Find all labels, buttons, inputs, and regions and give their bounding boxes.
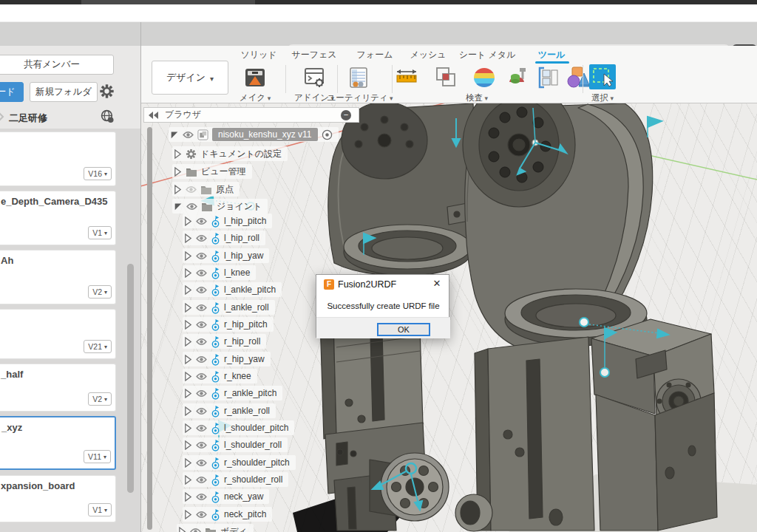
visibility-eye-icon[interactable] [196,476,207,484]
tree-item-joint[interactable]: r_shoulder_roll [183,472,288,487]
design-card-selected[interactable]: _xyz V11 [0,416,116,470]
shared-members-button[interactable]: 共有メンバー [0,55,114,75]
tree-item-bodies[interactable]: ボディ [177,524,254,532]
collapsed-arrow-icon[interactable] [184,337,192,347]
collapsed-arrow-icon[interactable] [184,268,192,278]
collapsed-arrow-icon[interactable] [184,355,192,364]
tree-item-joint[interactable]: l_shoulder_roll [183,437,288,452]
tree-item-joint[interactable]: r_hip_roll [183,334,266,349]
visibility-eye-icon[interactable] [196,511,207,519]
make-icon[interactable] [243,66,267,89]
collapsed-arrow-icon[interactable] [184,475,192,485]
tree-item-joint[interactable]: r_shoulder_pitch [183,455,296,470]
inspect-group-label[interactable]: 検査 [466,92,488,103]
version-badge[interactable]: V2 [88,392,112,406]
visibility-eye-icon[interactable] [196,252,207,260]
tree-item-origin[interactable]: 原点 [172,182,240,197]
collapsed-arrow-icon[interactable] [178,527,186,532]
tree-item-root[interactable]: nisoku_kenshu_xyz v11 [169,127,339,142]
collapsed-arrow-icon[interactable] [184,251,192,261]
tree-item-joint[interactable]: r_knee [183,369,257,383]
minimize-palette-icon[interactable]: − [341,110,351,120]
tree-item-joint[interactable]: r_ankle_pitch [183,386,282,400]
tab-sheet-metal[interactable]: シート メタル [459,49,516,61]
display-shapes-icon[interactable] [566,66,590,89]
expanded-arrow-icon[interactable] [174,202,183,211]
collapsed-arrow-icon[interactable] [184,423,192,433]
design-card[interactable]: xpansion_board V1 [0,475,116,522]
utility-icon[interactable] [347,66,370,89]
collapsed-arrow-icon[interactable] [184,406,192,416]
version-badge[interactable]: V1 [88,226,112,239]
tree-item-joint[interactable]: l_hip_pitch [183,214,272,228]
collapsed-arrow-icon[interactable] [184,285,192,295]
visibility-eye-icon[interactable] [196,424,207,432]
visibility-eye-icon[interactable] [196,355,207,364]
visibility-eye-icon[interactable] [196,338,207,346]
tree-item-view-management[interactable]: ビュー管理 [172,164,252,179]
tree-item-joint[interactable]: l_shoulder_pitch [183,420,294,435]
visibility-eye-icon[interactable] [196,269,207,277]
tree-item-joint[interactable]: r_hip_yaw [183,352,271,366]
visibility-eye-hidden-icon[interactable] [186,185,197,194]
version-badge[interactable]: V1 [88,503,112,516]
data-panel-scrollbar[interactable] [127,264,134,493]
tab-solid[interactable]: ソリッド [240,49,276,61]
visibility-eye-icon[interactable] [196,493,207,501]
collapse-browser-icon[interactable] [149,112,159,119]
visibility-eye-icon[interactable] [196,321,207,329]
collapsed-arrow-icon[interactable] [184,372,192,381]
collapsed-arrow-icon[interactable] [174,167,182,177]
browser-scrollbar[interactable] [147,127,152,530]
design-card[interactable]: V21 [0,309,116,359]
curvature-analysis-icon[interactable] [472,66,496,89]
measure-icon[interactable] [396,66,418,88]
utility-group-label[interactable]: ユーティリティ [327,92,393,103]
upload-button[interactable]: ード [0,82,24,102]
collapsed-arrow-icon[interactable] [184,458,192,468]
section-analysis-icon[interactable] [537,66,560,89]
visibility-eye-icon[interactable] [196,407,207,415]
visibility-eye-icon[interactable] [186,202,197,211]
tree-item-joint[interactable]: l_ankle_roll [183,300,275,315]
select-group-label[interactable]: 選択 [591,92,614,103]
tab-form[interactable]: フォーム [357,49,393,61]
tree-item-joint[interactable]: l_ankle_pitch [183,282,282,297]
dialog-close-icon[interactable]: ✕ [431,278,443,290]
visibility-eye-icon[interactable] [196,286,207,294]
tree-item-joint[interactable]: r_hip_pitch [183,317,274,332]
visibility-eye-icon[interactable] [190,528,201,532]
tree-item-joint[interactable]: l_hip_roll [183,231,265,245]
collapsed-arrow-icon[interactable] [184,440,192,450]
expanded-arrow-icon[interactable] [170,130,179,139]
ok-button[interactable]: OK [377,323,430,336]
tree-item-joint[interactable]: neck_yaw [183,489,269,504]
version-badge[interactable]: V11 [84,450,111,463]
tab-surface[interactable]: サーフェス [291,49,336,61]
collapsed-arrow-icon[interactable] [174,149,182,159]
visibility-eye-icon[interactable] [196,389,207,398]
tree-item-document-settings[interactable]: ドキュメントの設定 [172,146,288,161]
collapsed-arrow-icon[interactable] [184,233,192,243]
tab-mesh[interactable]: メッシュ [410,49,446,61]
panel-settings-gear-icon[interactable] [99,83,115,99]
visibility-eye-icon[interactable] [196,217,207,225]
collapsed-arrow-icon[interactable] [184,320,192,330]
collapsed-arrow-icon[interactable] [184,510,192,519]
visibility-eye-icon[interactable] [196,234,207,242]
version-badge[interactable]: V21 [84,340,112,353]
visibility-eye-icon[interactable] [196,459,207,467]
collapsed-arrow-icon[interactable] [184,389,192,398]
workspace-selector-button[interactable]: デザイン [152,61,228,95]
collapsed-arrow-icon[interactable] [184,492,192,502]
tree-item-joints-folder[interactable]: ジョイント [172,199,268,214]
visibility-eye-icon[interactable] [183,131,194,139]
design-card[interactable]: _half V2 [0,364,116,412]
visibility-eye-icon[interactable] [196,304,207,312]
tree-item-joint[interactable]: neck_pitch [183,507,272,522]
version-badge[interactable]: V2 [88,285,112,299]
tree-item-joint[interactable]: r_ankle_roll [183,403,276,418]
tree-item-joint[interactable]: l_knee [183,265,256,280]
activate-radio-icon[interactable] [322,129,333,140]
new-folder-button[interactable]: 新規フォルダ [30,82,98,102]
